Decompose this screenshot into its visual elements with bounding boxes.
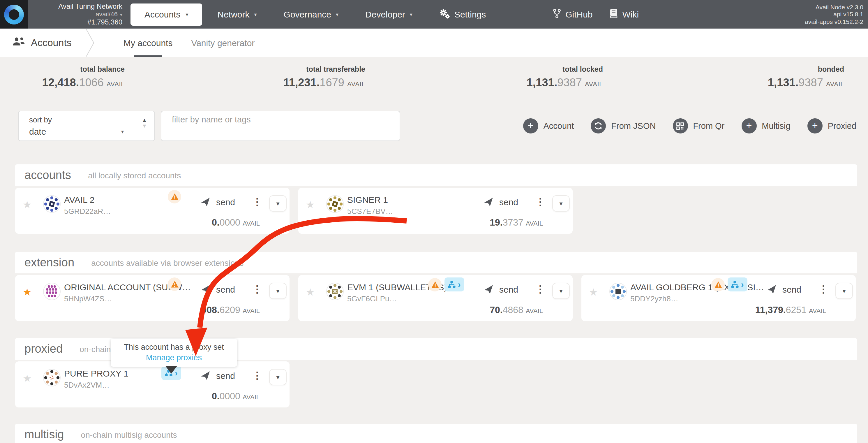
menu-dots-button[interactable] [252,196,262,208]
menu-dots-button[interactable] [535,283,545,296]
identicon[interactable] [43,283,61,300]
sort-direction-toggle[interactable]: ▲ ▼ [138,117,151,129]
topbar-right: GitHub Wiki Avail Node v2.3.0 api v15.8.… [553,3,868,25]
identicon[interactable] [609,283,627,300]
expand-caret-button[interactable] [835,283,853,299]
send-plane-icon [484,197,493,207]
send-button[interactable]: send [767,285,801,294]
summary-total-locked: total locked 1,131.9387AVAIL [365,65,603,89]
account-balance: 0.0000AVAIL [212,391,260,402]
proxy-tooltip: This account has a proxy set Manage prox… [111,339,237,367]
qr-icon [673,118,688,134]
chevron-right-icon: › [458,279,461,289]
account-card: ★ AVAIL GOLDBERG 1 (EXTENSI… 5DD [581,275,856,321]
gear-icon [439,8,450,20]
account-address[interactable]: 5GvF6GLPu… [347,294,397,303]
breadcrumb: Accounts [12,37,72,49]
network-info[interactable]: Avail Turing Network avail/46 #1,795,360 [35,3,122,26]
apps-version: avail-apps v0.152.2-2 [805,18,863,25]
account-address[interactable]: 5DDY2yzh8… [630,294,678,303]
menu-dots-button[interactable] [535,196,545,208]
add-proxied-button[interactable]: Proxied [807,118,856,134]
warning-badge[interactable] [168,277,181,291]
favorite-star-icon[interactable]: ★ [23,199,32,211]
nav-governance[interactable]: Governance [284,9,339,19]
nav-accounts-button[interactable]: Accounts [130,3,202,25]
nav-settings[interactable]: Settings [439,8,486,20]
add-account-button[interactable]: Account [523,118,574,134]
expand-caret-button[interactable] [552,195,570,212]
send-button[interactable]: send [484,197,518,207]
nav-network[interactable]: Network [217,9,257,19]
account-card: ★ PURE PROXY [15,361,289,408]
account-address[interactable]: 5HNpW4ZS… [64,294,112,303]
sort-select[interactable]: sort by date ▲ ▼ [18,111,155,141]
add-multisig-button[interactable]: Multisig [741,118,790,134]
warning-badge[interactable] [428,278,441,291]
favorite-star-icon[interactable]: ★ [23,286,32,298]
expand-caret-button[interactable] [269,195,287,212]
account-address[interactable]: 5GRD22aR… [64,207,111,216]
chevron-right-icon: › [741,279,744,289]
account-card: ★ SIGNER 1 5CS7E7BV [298,188,572,234]
menu-dots-button[interactable] [252,283,262,296]
proxy-badge[interactable]: › [727,277,747,291]
account-address[interactable]: 5CS7E7BV… [347,207,393,216]
tab-vanity-generator[interactable]: Vanity generator [182,29,264,57]
menu-dots-button[interactable] [818,283,828,296]
topbar: Avail Turing Network avail/46 #1,795,360… [0,0,868,29]
account-card: ★ AVAIL 2 5GRD22aR… [15,188,289,234]
send-button[interactable]: send [484,285,518,294]
send-button[interactable]: send [200,371,235,381]
wiki-link[interactable]: Wiki [610,9,639,20]
chevron-down-icon [121,129,124,135]
summary-total-balance: total balance 12,418.1066AVAIL [0,65,125,89]
page: Avail Turing Network avail/46 #1,795,360… [0,0,868,443]
account-name[interactable]: SIGNER 1 [347,195,388,205]
version-info: Avail Node v2.3.0 api v15.8.1 avail-apps… [805,3,863,25]
send-button[interactable]: send [200,285,235,294]
identicon[interactable] [326,283,344,300]
proxy-badge[interactable]: › [444,277,464,291]
section-title: extension [25,256,74,269]
nav-developer[interactable]: Developer [365,9,412,19]
warning-badge[interactable] [711,278,725,291]
best-block-number: #1,795,360 [35,18,122,26]
restore-json-button[interactable]: From JSON [591,118,656,134]
favorite-star-icon[interactable]: ★ [589,286,598,298]
favorite-star-icon[interactable]: ★ [306,286,315,298]
sitemap-icon [448,281,456,288]
manage-proxies-link[interactable]: Manage proxies [111,353,237,362]
add-from-qr-button[interactable]: From Qr [673,118,724,134]
account-name[interactable]: AVAIL 2 [64,195,95,205]
account-card: ★ ORIGINAL ACCOUNT (SUBW… 5HNpW4ZS… [15,275,289,321]
account-address[interactable]: 5DvAx2VM… [64,381,110,389]
menu-dots-button[interactable] [252,370,262,382]
network-name: Avail Turing Network [35,3,122,10]
account-balance: 70.4868AVAIL [490,305,543,315]
identicon[interactable] [43,195,61,213]
tab-my-accounts[interactable]: My accounts [114,29,182,57]
github-link[interactable]: GitHub [553,8,592,20]
sort-label: sort by [29,115,52,124]
filter-input[interactable] [161,111,400,141]
network-logo[interactable] [0,0,28,29]
expand-caret-button[interactable] [269,369,287,385]
sitemap-icon [731,281,739,288]
account-name[interactable]: PURE PROXY 1 [64,368,128,378]
section-header: extension accounts available via browser… [15,252,857,273]
send-button[interactable]: send [200,197,235,207]
favorite-star-icon[interactable]: ★ [306,199,315,211]
identicon[interactable] [326,195,344,213]
identicon[interactable] [43,369,61,386]
expand-caret-button[interactable] [552,283,570,299]
section-header: accounts all locally stored accounts [15,165,857,186]
breadcrumb-divider [85,29,97,57]
favorite-star-icon[interactable]: ★ [23,373,32,385]
sort-desc-icon: ▼ [138,123,151,129]
expand-caret-button[interactable] [269,283,287,299]
warning-badge[interactable] [168,190,181,203]
section-accounts: accounts all locally stored accounts ★ [15,165,857,234]
breadcrumb-label: Accounts [31,37,72,49]
section-subtitle: accounts available via browser extension… [91,258,244,267]
